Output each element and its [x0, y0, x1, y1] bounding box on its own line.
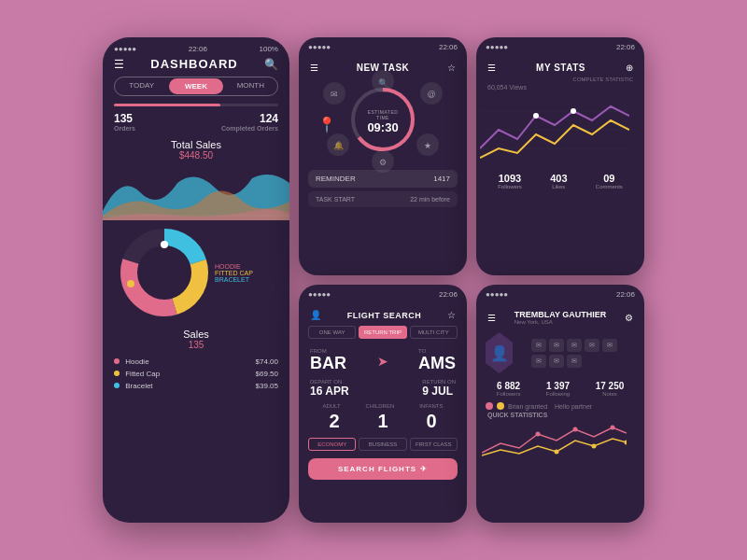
tab-month[interactable]: MONTH — [224, 77, 277, 95]
tab-economy[interactable]: ECONOMY — [308, 438, 356, 451]
timer-value: 09:30 — [366, 120, 400, 134]
newtask-status: ●●●●● 22:06 — [299, 37, 467, 53]
msg-icon-3: ✉ — [567, 339, 582, 352]
profile-status: ●●●●● 22:06 — [476, 285, 644, 301]
timer-area: ✉ 🔍 @ 🔔 ★ ⚙ — [299, 77, 467, 166]
profile-location: New York, USA — [514, 319, 607, 325]
status-bar: ●●●●● 22:06 100% — [103, 37, 289, 57]
tab-multi-city[interactable]: MULTI CITY — [410, 326, 458, 339]
msg-icon-8: ✉ — [567, 355, 582, 368]
search-flights-button[interactable]: SEARCH FLIGHTS ✈ — [308, 458, 458, 480]
profile-settings-icon[interactable]: ⚙ — [625, 313, 633, 323]
sales-value: 135 — [103, 340, 289, 350]
completed-value: 124 — [221, 112, 278, 125]
profile-menu-icon[interactable]: ☰ — [487, 313, 496, 323]
msg-icon-6: ✉ — [531, 355, 546, 368]
svg-text:⚙: ⚙ — [379, 158, 387, 167]
profile-name: TREMBLAY GAUTHIER — [514, 310, 607, 319]
quick-stats-label: QUICK STATISTICS — [476, 410, 644, 420]
svg-text:🔔: 🔔 — [333, 140, 345, 151]
reminder-value: 1417 — [433, 175, 450, 183]
completed-stat: 124 Completed Orders — [221, 112, 278, 132]
mystats-numbers: 1093 Followers 403 Likes 09 Comments — [476, 167, 644, 189]
person1-avatar — [486, 402, 493, 410]
total-sales-value: $448.50 — [103, 150, 289, 161]
mystats-status: ●●●●● 22:06 — [476, 37, 644, 53]
newtask-star-icon[interactable]: ☆ — [447, 63, 456, 73]
svg-point-25 — [571, 108, 576, 114]
notes-value: 17 250 — [596, 381, 625, 391]
svg-point-31 — [625, 441, 627, 445]
flight-title: FLIGHT SEARCH — [347, 311, 422, 320]
breakdown-bracelet: Bracelet $39.05 — [114, 380, 278, 392]
infants-label: INFANTS — [419, 403, 443, 409]
tab-first-class[interactable]: FIRST CLASS — [410, 438, 458, 451]
infants-count: 0 — [407, 411, 455, 432]
right-grid: ●●●●● 22:06 ☰ NEW TASK ☆ ✉ 🔍 — [299, 37, 644, 523]
profile-phone: ●●●●● 22:06 ☰ TREMBLAY GAUTHIER New York… — [476, 285, 644, 523]
comments-label: Comments — [596, 184, 623, 189]
hoodie-dot — [114, 358, 120, 364]
followers-profile-stat: 6 882 Followers — [497, 381, 521, 397]
legend-fittedcap: FITTED CAP — [215, 270, 253, 276]
donut-section: HOODIE FITTED CAP BRACELET — [103, 222, 289, 323]
avatar: 👤 — [486, 332, 513, 373]
tab-today[interactable]: TODAY — [115, 77, 168, 95]
msg-icon-5: ✉ — [602, 339, 617, 352]
breakdown-hoodie: Hoodie $74.00 — [114, 356, 278, 368]
views-row: 60,054 Views — [476, 84, 644, 92]
svg-text:★: ★ — [424, 141, 431, 150]
task-start-label: TASK START — [316, 196, 355, 203]
svg-point-27 — [573, 427, 578, 432]
route-row: FROM BAR ➤ TO AMS — [299, 344, 467, 377]
task-start-value: 22 min before — [410, 196, 450, 203]
svg-point-5 — [161, 241, 168, 248]
tab-business[interactable]: BUSINESS — [359, 438, 406, 451]
comments-stat: 09 Comments — [596, 173, 623, 189]
depart-value: 16 APR — [310, 385, 349, 398]
depart-col: DEPART ON 16 APR — [310, 379, 349, 398]
dashboard-header: ☰ DASHBOARD 🔍 — [103, 57, 289, 77]
msg-icon-1: ✉ — [531, 339, 546, 352]
mystats-menu-icon[interactable]: ☰ — [487, 63, 496, 73]
person2-avatar — [497, 402, 504, 410]
flight-star-icon[interactable]: ☆ — [447, 310, 456, 320]
sales-breakdown: Hoodie $74.00 Fitted Cap $69.50 Bracelet… — [103, 350, 289, 392]
tab-week[interactable]: WEEK — [169, 78, 222, 94]
person1-name: Brian granted — [508, 403, 547, 410]
fittedcap-dot — [114, 371, 120, 376]
status-battery: 100% — [260, 45, 278, 53]
svg-point-26 — [536, 432, 541, 437]
svg-point-24 — [533, 113, 539, 119]
orders-label: Orders — [114, 125, 135, 132]
likes-label: Likes — [550, 184, 567, 189]
followers-label: Followers — [498, 184, 522, 189]
tab-return-trip[interactable]: RETURN TRIP — [359, 326, 406, 339]
profile-mini-chart — [476, 420, 644, 457]
tab-one-way[interactable]: ONE WAY — [308, 326, 356, 339]
menu-icon[interactable]: ☰ — [114, 58, 124, 71]
pass-labels: ADULT CHILDREN INFANTS — [310, 403, 456, 409]
class-tabs: ECONOMY BUSINESS FIRST CLASS — [299, 434, 467, 455]
flight-person-icon: 👤 — [310, 310, 321, 320]
stats-row: 135 Orders 124 Completed Orders — [103, 112, 289, 135]
svg-text:✉: ✉ — [331, 90, 338, 99]
progress-bar — [114, 104, 278, 106]
search-icon[interactable]: 🔍 — [264, 58, 278, 71]
legend-bracelet: BRACELET — [215, 276, 253, 283]
progress-fill — [114, 104, 220, 106]
person2-name: Hello partner — [555, 403, 592, 410]
adult-label: ADULT — [322, 403, 340, 409]
message-icons: ✉ ✉ ✉ ✉ ✉ ✉ ✉ ✉ — [520, 337, 635, 370]
svg-point-30 — [592, 444, 597, 449]
plane-icon: ✈ — [420, 465, 428, 473]
mystats-header: ☰ MY STATS ⊕ — [476, 53, 644, 77]
profile-stats: 6 882 Followers 1 397 Following 17 250 N… — [476, 377, 644, 400]
line-chart — [476, 92, 644, 167]
svg-text:@: @ — [427, 90, 435, 99]
completed-label: Completed Orders — [221, 125, 278, 132]
dashboard-phone: ●●●●● 22:06 100% ☰ DASHBOARD 🔍 TODAY WEE… — [103, 37, 289, 523]
mystats-add-icon[interactable]: ⊕ — [626, 63, 633, 73]
children-count: 1 — [359, 411, 406, 432]
flightsearch-phone: ●●●●● 22:06 👤 FLIGHT SEARCH ☆ ONE WAY RE… — [299, 285, 467, 523]
